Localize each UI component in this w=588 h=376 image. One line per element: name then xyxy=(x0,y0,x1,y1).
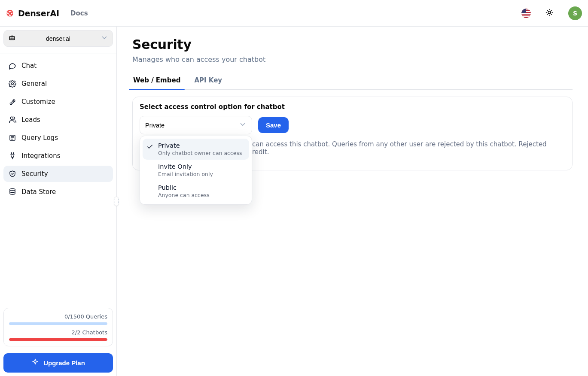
theme-toggle[interactable] xyxy=(542,6,557,21)
sidebar-item-general[interactable]: General xyxy=(3,76,113,92)
usage-chatbots-bar xyxy=(9,338,107,341)
upgrade-label: Upgrade Plan xyxy=(43,359,85,367)
sidebar-item-leads[interactable]: Leads xyxy=(3,112,113,128)
svg-rect-8 xyxy=(521,9,526,13)
access-option-title: Private xyxy=(158,142,242,149)
access-panel-label: Select access control option for chatbot xyxy=(140,103,565,111)
check-icon xyxy=(146,143,154,151)
sidebar-item-security[interactable]: Security xyxy=(3,166,113,182)
shell: denser.ai ChatGeneralCustomizeLeadsQuery… xyxy=(0,27,588,376)
usage-chatbots-fill xyxy=(9,338,107,341)
usage-queries-bar xyxy=(9,322,107,325)
tab-api-key[interactable]: API Key xyxy=(193,71,223,89)
access-option-private[interactable]: PrivateOnly chatbot owner can access xyxy=(143,139,249,160)
sidebar-item-data-store[interactable]: Data Store xyxy=(3,184,113,200)
logs-icon xyxy=(9,134,16,142)
sidebar-resize-handle[interactable]: ⋮⋮ xyxy=(114,197,119,206)
brand-link[interactable]: DenserAI xyxy=(6,9,59,18)
brand-logo-icon xyxy=(6,9,14,17)
svg-rect-7 xyxy=(521,16,531,17)
usage-queries: 0/1500 Queries xyxy=(9,313,107,325)
sidebar-item-integrations[interactable]: Integrations xyxy=(3,148,113,164)
tab-web---embed[interactable]: Web / Embed xyxy=(132,71,181,89)
rocket-icon xyxy=(9,98,16,106)
access-option-title: Invite Only xyxy=(158,163,213,170)
access-panel: Select access control option for chatbot… xyxy=(132,97,573,170)
sidebar-item-chat[interactable]: Chat xyxy=(3,58,113,74)
usage-chatbots-label: 2/2 Chatbots xyxy=(9,329,107,336)
main: Security Manages who can access your cha… xyxy=(117,27,588,376)
sidebar-item-label: Integrations xyxy=(21,152,60,160)
chat-icon xyxy=(9,62,16,70)
data-icon xyxy=(9,188,16,196)
usage-queries-label: 0/1500 Queries xyxy=(9,313,107,320)
sparkle-icon xyxy=(31,358,39,367)
sidebar-item-query-logs[interactable]: Query Logs xyxy=(3,130,113,146)
nav-docs[interactable]: Docs xyxy=(67,7,91,20)
access-option-title: Public xyxy=(158,184,210,191)
save-button[interactable]: Save xyxy=(258,117,289,133)
access-dropdown: PrivateOnly chatbot owner can accessInvi… xyxy=(140,136,252,205)
sidebar-item-label: Chat xyxy=(21,62,37,70)
access-select-button[interactable]: Private xyxy=(140,116,252,134)
upgrade-button[interactable]: Upgrade Plan xyxy=(3,353,113,373)
svg-rect-6 xyxy=(521,15,531,15)
sidebar-item-label: Leads xyxy=(21,116,40,124)
check-icon xyxy=(146,185,154,193)
us-flag-icon xyxy=(521,9,531,18)
users-icon xyxy=(9,116,16,124)
svg-point-12 xyxy=(13,38,14,39)
settings-icon xyxy=(9,80,16,88)
access-selected-value: Private xyxy=(145,122,165,129)
sidebar-item-label: Query Logs xyxy=(21,134,58,142)
sidebar-item-customize[interactable]: Customize xyxy=(3,94,113,110)
svg-point-14 xyxy=(13,100,14,101)
access-option-subtitle: Email invitation only xyxy=(158,171,213,177)
usage-chatbots: 2/2 Chatbots xyxy=(9,329,107,341)
svg-point-9 xyxy=(548,11,551,14)
sidebar-item-label: Data Store xyxy=(21,188,56,196)
usage-card: 0/1500 Queries 2/2 Chatbots xyxy=(3,308,113,346)
page-subtitle: Manages who can access your chatbot xyxy=(132,55,573,64)
workspace-switcher[interactable]: denser.ai xyxy=(3,30,113,47)
access-option-subtitle: Anyone can access xyxy=(158,192,210,198)
sidebar-item-label: Security xyxy=(21,170,48,178)
svg-point-13 xyxy=(12,83,14,85)
page-title: Security xyxy=(132,37,573,52)
brand-name: DenserAI xyxy=(18,9,59,18)
tabs: Web / EmbedAPI Key xyxy=(132,71,573,90)
topnav: DenserAI Docs S xyxy=(0,0,588,27)
chevron-down-icon xyxy=(239,121,247,130)
sidebar: denser.ai ChatGeneralCustomizeLeadsQuery… xyxy=(0,27,117,376)
svg-point-17 xyxy=(10,189,15,191)
sidebar-item-label: General xyxy=(21,80,47,88)
bot-icon xyxy=(8,34,16,43)
access-option-subtitle: Only chatbot owner can access xyxy=(158,150,242,156)
access-option-public[interactable]: PublicAnyone can access xyxy=(143,181,249,202)
drag-dots-icon: ⋮⋮ xyxy=(112,199,121,203)
usage-queries-fill xyxy=(9,322,107,325)
sun-icon xyxy=(545,9,553,18)
sidebar-nav: ChatGeneralCustomizeLeadsQuery LogsInteg… xyxy=(0,54,116,200)
svg-point-11 xyxy=(11,38,12,39)
avatar[interactable]: S xyxy=(568,6,582,20)
chevron-down-icon xyxy=(101,34,108,43)
svg-point-15 xyxy=(11,117,13,119)
plug-icon xyxy=(9,152,16,160)
language-button[interactable] xyxy=(518,6,534,21)
svg-rect-10 xyxy=(9,36,15,40)
access-select: Private PrivateOnly chatbot owner can ac… xyxy=(140,116,252,134)
workspace-name: denser.ai xyxy=(20,35,96,42)
svg-rect-5 xyxy=(521,13,531,14)
sidebar-item-label: Customize xyxy=(21,98,55,106)
access-option-invite-only[interactable]: Invite OnlyEmail invitation only xyxy=(143,160,249,181)
check-icon xyxy=(146,164,154,172)
shield-icon xyxy=(9,170,16,178)
